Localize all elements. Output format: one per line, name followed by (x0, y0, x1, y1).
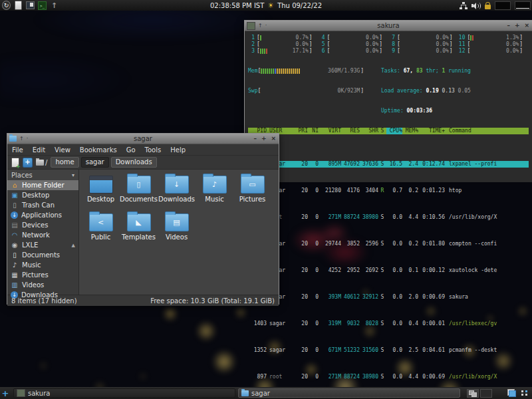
cpu-core-meter: 12[0.0%] (459, 48, 529, 55)
window-switcher-icon[interactable] (26, 1, 35, 10)
htop-process-row: 1248sagar200425229522692S0.00.10:00.12xa… (248, 267, 529, 274)
file-item[interactable]: ◣ Templates (120, 211, 158, 249)
cpu-monitor[interactable] (495, 1, 511, 10)
menu-item[interactable]: Bookmarks (80, 146, 117, 154)
fm-sidebar: Places ▾ ⌂ Home Folder ▣ Desktop (7, 170, 79, 295)
htop-process-row: 1403sagar200319M90328028S0.00.40:00.01/u… (248, 321, 529, 327)
htop-column-header[interactable]: VIRT (319, 128, 341, 134)
sidebar-item[interactable]: ⌂ Home Folder (7, 180, 78, 190)
screenlock-icon[interactable] (485, 5, 491, 9)
clock-widget[interactable]: 02:38:58 PM IST ☀ Thu 09/22/22 (210, 0, 322, 11)
file-item[interactable]: ▭ Pictures (233, 174, 271, 211)
htop-column-header[interactable]: RES (341, 128, 360, 134)
file-item-label: Videos (166, 233, 188, 241)
file-item[interactable]: ▤ Videos (158, 211, 196, 249)
sidebar-item[interactable]: ▦ Pictures (7, 270, 78, 280)
chevron-down-icon: ▾ (72, 172, 74, 178)
mem-meter: Mem[360M/1.93G] (248, 68, 381, 74)
sidebar-item-label: Trash Can (22, 201, 55, 209)
htop-column-header[interactable]: SHR (360, 128, 378, 134)
sidebar-item-label: Network (22, 231, 50, 239)
window-menu-button[interactable]: · (27, 136, 29, 142)
panel-left-icons: ↻ >_ ↑ (0, 1, 59, 10)
sidebar-item-icon: ◉ (11, 242, 19, 249)
task-button[interactable]: sakura (13, 388, 235, 398)
file-item-icon: ↓ (165, 176, 189, 194)
menu-item[interactable]: Edit (33, 146, 45, 154)
fm-titlebar[interactable]: ↑ · sagar – + × (7, 134, 279, 144)
htop-column-header[interactable]: PRI (296, 128, 308, 134)
network-icon[interactable] (460, 2, 467, 9)
file-item-label: Pictures (239, 196, 266, 203)
shade-button[interactable]: ↑ (19, 136, 24, 142)
htop-column-header[interactable]: NI (308, 128, 319, 134)
htop-column-header[interactable]: TIME+ (418, 128, 445, 134)
top-panel: ↻ >_ ↑ 02:38:58 PM IST ☀ Thu 09/22/22 (0, 0, 532, 11)
show-desktop-icon[interactable]: ↑ (50, 1, 59, 10)
workspace-2[interactable] (480, 389, 492, 398)
sidebar-item-label: Videos (22, 281, 44, 289)
breadcrumb-button[interactable]: Downloads (111, 157, 157, 168)
fm-window-icon[interactable] (9, 136, 17, 142)
close-button[interactable]: × (271, 136, 276, 142)
workspace-pager (467, 389, 492, 398)
shade-button[interactable]: ↑ (258, 23, 263, 29)
sidebar-item-label: Applications (21, 211, 62, 219)
file-item[interactable]: ↓ Downloads (158, 174, 196, 211)
sidebar-item[interactable]: ↓ Applications (7, 210, 78, 220)
maximize-button[interactable]: + (515, 23, 520, 29)
workspace-1[interactable] (467, 389, 479, 398)
htop-column-header[interactable]: MEM% (402, 128, 418, 134)
sidebar-item[interactable]: ▯ Documents (7, 250, 78, 260)
window-menu-button[interactable]: · (265, 23, 267, 29)
sidebar-item[interactable]: ♪ Music (7, 260, 78, 270)
terminal-window-icon[interactable] (247, 22, 255, 30)
menu-item[interactable]: Tools (145, 146, 162, 154)
menu-item[interactable]: File (12, 146, 23, 154)
volume-icon[interactable] (471, 2, 481, 9)
net-monitor[interactable] (515, 1, 531, 10)
file-manager-icon[interactable] (14, 1, 23, 10)
sidebar-item-label: Home Folder (22, 182, 65, 189)
root-path-button[interactable]: / (36, 159, 47, 166)
lxle-menu-icon[interactable]: ↻ (2, 1, 11, 10)
htop-column-header[interactable]: CPU% (386, 128, 402, 134)
minimize-button[interactable]: – (253, 136, 257, 142)
path-breadcrumbs: homesagarDownloads (51, 157, 156, 168)
breadcrumb-button[interactable]: home (51, 157, 78, 168)
file-item[interactable]: Desktop (82, 174, 120, 211)
htop-column-header[interactable]: Command (445, 128, 529, 134)
sidebar-item[interactable]: ◉ LXLE ▲ (7, 240, 78, 250)
new-tab-button[interactable] (11, 158, 19, 168)
sidebar-item[interactable]: ▥ Videos (7, 280, 78, 290)
task-button[interactable]: sagar (238, 388, 460, 398)
minimize-button[interactable]: – (507, 23, 510, 29)
eject-icon[interactable]: ▲ (72, 243, 75, 248)
cpu-core-meter: 2[0.0%] (248, 41, 319, 48)
terminal-launcher-icon[interactable]: >_ (38, 1, 47, 10)
taskbar-start-icon[interactable]: + (0, 389, 11, 398)
sidebar-item[interactable]: ◠ Network (7, 230, 78, 240)
htop-process-row: 898root200271M8872438980S0.04.40:10.56/u… (248, 214, 529, 221)
grid-icon[interactable] (521, 390, 528, 396)
maximize-button[interactable]: + (261, 136, 267, 142)
menu-item[interactable]: View (55, 146, 70, 154)
places-header[interactable]: Places ▾ (7, 170, 78, 180)
htop-uptime-line: Uptime: 00:03:36 (381, 108, 471, 114)
file-item[interactable]: ▯ Documents (120, 174, 158, 211)
file-item[interactable]: < Public (82, 211, 120, 249)
sidebar-item[interactable]: ▯ Trash Can (7, 200, 78, 210)
menu-item[interactable]: Help (170, 146, 186, 154)
go-up-button[interactable]: + (23, 158, 33, 168)
sidebar-item[interactable]: ▤ Devices (7, 220, 78, 230)
sidebar-item[interactable]: ▣ Desktop (7, 190, 78, 200)
window-stack-icon[interactable] (507, 389, 516, 397)
terminal-titlebar[interactable]: ↑ · sakura – + × (245, 21, 532, 31)
breadcrumb-button[interactable]: sagar (81, 157, 109, 168)
sidebar-item-label: Documents (22, 251, 60, 259)
htop-column-header[interactable]: S (378, 128, 386, 134)
menu-item[interactable]: Go (126, 146, 136, 154)
close-button[interactable]: × (524, 23, 529, 29)
sidebar-item-icon: ◠ (11, 232, 19, 239)
file-item[interactable]: ♪ Music (196, 174, 233, 211)
